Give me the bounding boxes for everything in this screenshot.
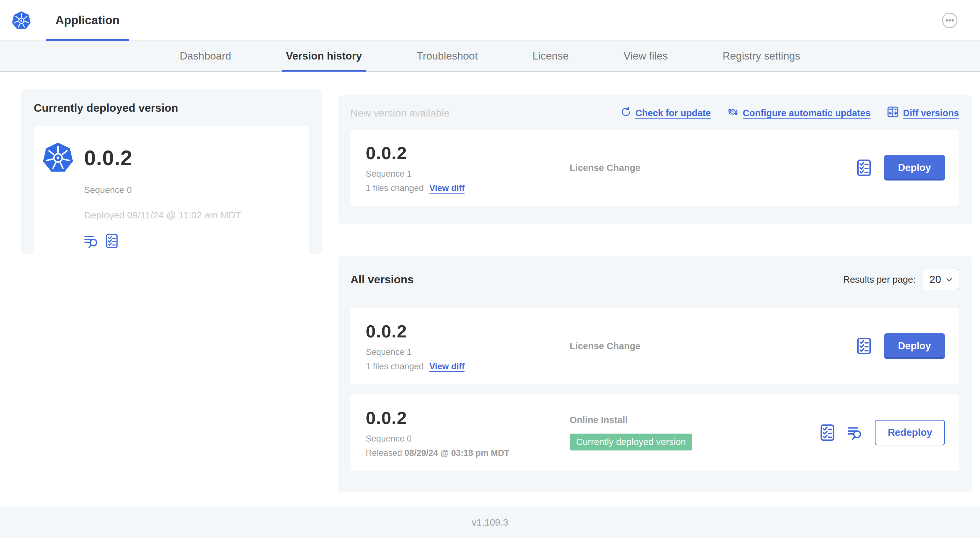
diff-icon — [887, 106, 899, 120]
app-header: Application — [0, 0, 980, 41]
released-date-row: Released 08/29/24 @ 03:18 pm MDT — [366, 448, 570, 458]
version-source: License Change — [570, 341, 856, 351]
view-diff-link[interactable]: View diff — [430, 362, 465, 371]
subnav: Dashboard Version history Troubleshoot L… — [0, 41, 980, 71]
current-version-top-row: 0.0.2 — [42, 141, 301, 175]
console-version: v1.109.3 — [471, 517, 508, 528]
current-version-number: 0.0.2 — [84, 146, 132, 170]
release-notes-icon[interactable] — [84, 233, 99, 249]
version-sequence: Sequence 1 — [366, 169, 570, 179]
new-version-heading: New version available — [350, 107, 450, 119]
preflight-checklist-icon[interactable] — [856, 338, 873, 355]
version-info: 0.0.2 Sequence 0 Released 08/29/24 @ 03:… — [366, 408, 570, 458]
more-menu-button[interactable] — [942, 13, 958, 29]
refresh-icon — [620, 106, 631, 119]
version-info: 0.0.2 Sequence 1 1 files changed View di… — [366, 143, 570, 193]
diff-versions-link[interactable]: Diff versions — [887, 106, 959, 120]
currently-deployed-badge: Currently deployed version — [570, 433, 692, 451]
tab-license[interactable]: License — [528, 41, 573, 71]
all-versions-panel: All versions Results per page: 20 — [338, 256, 972, 492]
new-version-header: New version available Check for update C… — [350, 106, 959, 120]
source-label: License Change — [570, 163, 856, 173]
released-date: 08/29/24 @ 03:18 pm MDT — [405, 448, 509, 458]
version-number: 0.0.2 — [366, 408, 570, 428]
files-changed-row: 1 files changed View diff — [366, 362, 570, 371]
version-number: 0.0.2 — [366, 143, 570, 163]
current-version-heading: Currently deployed version — [34, 102, 309, 114]
app-title: Application — [56, 14, 119, 27]
current-version-column: Currently deployed version 0.0.2 Sequenc… — [21, 89, 322, 254]
chevron-down-icon — [946, 277, 952, 283]
all-versions-heading: All versions — [350, 273, 414, 286]
versions-column: New version available Check for update C… — [338, 95, 972, 492]
files-changed-label: 1 files changed — [366, 362, 424, 371]
results-per-page-label: Results per page: — [843, 275, 916, 285]
preflight-checklist-icon[interactable] — [856, 159, 873, 176]
version-actions: Deploy — [856, 333, 945, 359]
kubernetes-logo-icon — [42, 141, 74, 175]
current-version-panel: Currently deployed version 0.0.2 Sequenc… — [21, 89, 322, 254]
page-size-value: 20 — [929, 273, 941, 286]
view-diff-link[interactable]: View diff — [430, 183, 465, 193]
version-sequence: Sequence 1 — [366, 347, 570, 357]
source-label: Online Install — [570, 415, 819, 425]
tab-dashboard[interactable]: Dashboard — [176, 41, 235, 71]
version-row: 0.0.2 Sequence 1 1 files changed View di… — [350, 308, 959, 384]
version-source: License Change — [570, 163, 856, 173]
new-version-row: 0.0.2 Sequence 1 1 files changed View di… — [350, 130, 959, 206]
preflight-checklist-icon[interactable] — [105, 234, 119, 248]
version-actions: Redeploy — [819, 420, 945, 445]
current-version-sequence: Sequence 0 — [84, 185, 301, 195]
kubernetes-logo-icon — [11, 0, 31, 40]
new-version-panel: New version available Check for update C… — [338, 95, 972, 224]
ellipsis-icon — [942, 24, 958, 29]
current-version-card: 0.0.2 Sequence 0 Deployed 09/11/24 @ 11:… — [34, 126, 309, 263]
released-label: Released — [366, 448, 405, 458]
results-per-page: Results per page: 20 — [843, 269, 959, 290]
current-version-deployed-date: Deployed 09/11/24 @ 11:02 am MDT — [84, 210, 301, 221]
kots-admin-console: Application Dashboard Version history Tr… — [0, 0, 980, 538]
check-for-update-link[interactable]: Check for update — [620, 106, 711, 119]
update-links: Check for update Configure automatic upd… — [620, 106, 959, 120]
version-row: 0.0.2 Sequence 0 Released 08/29/24 @ 03:… — [350, 394, 959, 471]
tab-troubleshoot[interactable]: Troubleshoot — [413, 41, 481, 71]
main-content: Currently deployed version 0.0.2 Sequenc… — [0, 71, 980, 507]
preflight-checklist-icon[interactable] — [819, 424, 836, 441]
redeploy-button[interactable]: Redeploy — [875, 420, 945, 445]
footer: v1.109.3 — [0, 507, 980, 538]
app-tab[interactable]: Application — [46, 0, 129, 40]
results-per-page-select[interactable]: 20 — [923, 269, 959, 290]
tab-view-files[interactable]: View files — [620, 41, 671, 71]
clock-sync-icon — [727, 106, 738, 120]
files-changed-label: 1 files changed — [366, 183, 424, 193]
version-actions: Deploy — [856, 155, 945, 181]
version-sequence: Sequence 0 — [366, 434, 570, 444]
deploy-button[interactable]: Deploy — [884, 333, 945, 359]
tab-version-history[interactable]: Version history — [282, 41, 366, 71]
deploy-button[interactable]: Deploy — [884, 155, 945, 181]
release-notes-icon[interactable] — [848, 425, 863, 441]
all-versions-header: All versions Results per page: 20 — [350, 269, 959, 290]
version-number: 0.0.2 — [366, 321, 570, 341]
files-changed-row: 1 files changed View diff — [366, 183, 570, 193]
source-label: License Change — [570, 341, 856, 351]
configure-automatic-updates-link[interactable]: Configure automatic updates — [727, 106, 870, 120]
current-version-actions — [84, 233, 301, 249]
version-info: 0.0.2 Sequence 1 1 files changed View di… — [366, 321, 570, 371]
version-source: Online Install Currently deployed versio… — [570, 415, 819, 451]
tab-registry-settings[interactable]: Registry settings — [719, 41, 804, 71]
